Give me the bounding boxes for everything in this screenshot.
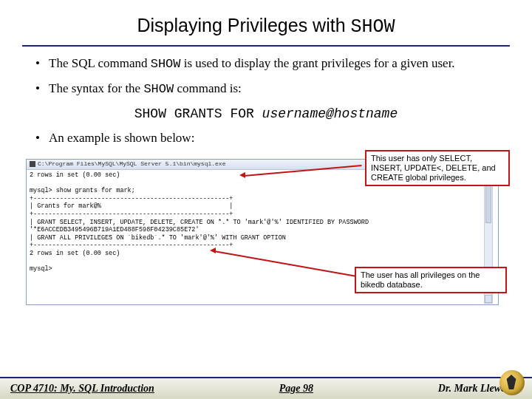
title-rule xyxy=(22,45,510,47)
callout-top: This user has only SELECT, INSERT, UPDAT… xyxy=(365,150,510,187)
title-mono: SHOW xyxy=(351,16,395,38)
terminal-icon xyxy=(30,161,35,167)
terminal-title: C:\Program Files\MySQL\MySQL Server 5.1\… xyxy=(38,160,225,168)
ucf-logo-icon xyxy=(499,370,525,395)
content-area: The SQL command SHOW is used to display … xyxy=(0,55,532,146)
footer-bar: COP 4710: My. SQL Introduction Page 98 D… xyxy=(0,377,532,399)
callout-bottom: The user has all privileges on the biked… xyxy=(355,267,507,293)
footer-mid: Page 98 xyxy=(279,383,313,395)
footer-left: COP 4710: My. SQL Introduction xyxy=(10,383,154,395)
scroll-down-button[interactable] xyxy=(485,295,492,303)
syntax-cmd: SHOW GRANTS FOR xyxy=(134,106,262,121)
arrow-2-head xyxy=(210,248,216,253)
bullet-3: An example is shown below: xyxy=(35,130,497,146)
syntax-arg: username@hostname xyxy=(262,106,398,121)
bullet-2: The syntax for the SHOW command is: xyxy=(35,81,497,97)
arrow-1-head xyxy=(239,172,245,178)
slide-title: Displaying Privileges with SHOW xyxy=(0,0,532,42)
title-text: Displaying Privileges with xyxy=(137,15,350,35)
terminal-wrap: C:\Program Files\MySQL\MySQL Server 5.1\… xyxy=(22,154,510,310)
bullet-1: The SQL command SHOW is used to display … xyxy=(35,55,497,72)
syntax-line: SHOW GRANTS FOR username@hostname xyxy=(35,106,497,121)
terminal-body: 2 rows in set (0.00 sec) mysql> show gra… xyxy=(30,171,495,273)
